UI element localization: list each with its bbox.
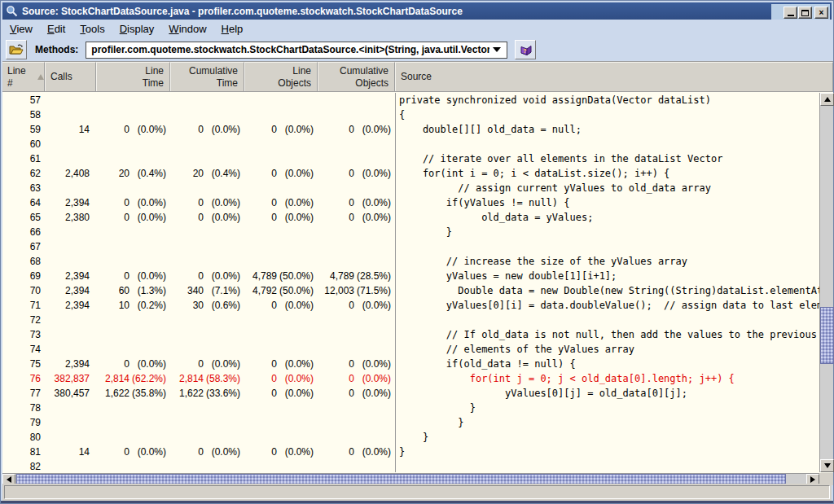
table-row[interactable]: 73 // If old_data is not null, then add … (2, 327, 819, 342)
cumulative-time-cell (170, 137, 244, 151)
method-selector-combo[interactable]: profiler.com.quoteme.stockwatch.StockCha… (86, 42, 507, 59)
table-row[interactable]: 82 (2, 459, 819, 472)
calls-cell: 2,394 (45, 269, 96, 283)
calls-cell (45, 415, 96, 430)
table-row[interactable]: 58 { (2, 107, 819, 122)
line-objects-cell (244, 181, 318, 195)
arrow-left-icon (7, 476, 11, 483)
method-selector-value: profiler.com.quoteme.stockwatch.StockCha… (86, 44, 489, 55)
header-cumulative-time[interactable]: Cumulative Time (170, 62, 244, 91)
header-line-objects[interactable]: Line Objects (244, 62, 318, 91)
table-row[interactable]: 59 14 0(0.0%) 0(0.0%) 0(0.0%) 0(0.0%) do… (2, 122, 819, 137)
table-row[interactable]: 70 2,394 60(1.3%) 340(7.1%) 4,792(50.0%)… (2, 283, 819, 298)
menu-view[interactable]: View (2, 20, 40, 37)
calls-cell (45, 254, 96, 269)
table-row[interactable]: 75 2,394 0(0.0%) 0(0.0%) 0(0.0%) 0(0.0%)… (2, 357, 819, 371)
close-button[interactable]: × (814, 7, 828, 19)
line-number-cell: 69 (2, 269, 45, 283)
minimize-button[interactable] (784, 7, 797, 19)
header-source[interactable]: Source (395, 62, 833, 91)
maximize-button[interactable] (798, 7, 812, 19)
line-number-cell: 67 (2, 239, 45, 254)
line-objects-cell (244, 459, 318, 472)
menu-help[interactable]: Help (214, 20, 251, 37)
line-objects-cell (244, 225, 318, 239)
table-row[interactable]: 77 380,457 1,622(35.8%) 1,622(33.6%) 0(0… (2, 386, 819, 401)
line-time-cell (96, 459, 170, 472)
table-header: Line # Calls Line Time Cumulative Time L… (2, 62, 833, 92)
maximize-icon (801, 10, 809, 16)
table-row[interactable]: 67 (2, 239, 819, 254)
calls-cell: 2,394 (45, 283, 96, 298)
cumulative-objects-cell (318, 254, 395, 269)
table-row[interactable]: 64 2,394 0(0.0%) 0(0.0%) 0(0.0%) 0(0.0%)… (2, 195, 819, 210)
cumulative-objects-cell: 0(0.0%) (318, 445, 395, 459)
table-row[interactable]: 66 } (2, 225, 819, 239)
calls-cell: 2,408 (45, 166, 96, 181)
cumulative-objects-cell (318, 313, 395, 327)
line-number-cell: 80 (2, 430, 45, 445)
source-code-cell: yValues = new double[1][i+1]; (395, 269, 819, 283)
calls-cell: 2,394 (45, 298, 96, 313)
source-code-cell: } (395, 225, 819, 239)
table-row[interactable]: 65 2,380 0(0.0%) 0(0.0%) 0(0.0%) 0(0.0%)… (2, 210, 819, 225)
source-code-cell (395, 239, 819, 254)
calls-cell (45, 93, 96, 107)
line-time-cell (96, 239, 170, 254)
open-folder-icon (9, 43, 24, 56)
line-objects-cell: 4,789(50.0%) (244, 269, 318, 283)
line-time-cell: 0(0.0%) (96, 269, 170, 283)
menu-window[interactable]: Window (161, 20, 213, 37)
table-row[interactable]: 81 14 0(0.0%) 0(0.0%) 0(0.0%) 0(0.0%) } (2, 445, 819, 459)
cumulative-time-cell (170, 151, 244, 166)
line-time-cell (96, 415, 170, 430)
cumulative-objects-cell (318, 459, 395, 472)
table-row[interactable]: 76 382,837 2,814(62.2%) 2,814(58.3%) 0(0… (2, 371, 819, 386)
table-row[interactable]: 74 // elements of the yValues array (2, 342, 819, 357)
menu-tools[interactable]: Tools (72, 20, 112, 37)
table-row[interactable]: 80 } (2, 430, 819, 445)
source-code-cell: yValues[0][j] = old_data[0][j]; (395, 386, 819, 401)
header-cumulative-objects[interactable]: Cumulative Objects (318, 62, 395, 91)
line-number-cell: 68 (2, 254, 45, 269)
menu-display[interactable]: Display (112, 20, 162, 37)
table-row[interactable]: 79 } (2, 415, 819, 430)
cumulative-time-cell (170, 459, 244, 472)
table-row[interactable]: 78 } (2, 401, 819, 415)
line-objects-cell: 0(0.0%) (244, 371, 318, 386)
source-code-cell: if(old_data != null) { (395, 357, 819, 371)
vertical-scrollbar-thumb[interactable] (820, 307, 834, 364)
open-file-button[interactable] (6, 40, 27, 59)
table-row[interactable]: 60 (2, 137, 819, 151)
cumulative-objects-cell: 12,003(71.5%) (318, 283, 395, 298)
line-objects-cell: 0(0.0%) (244, 122, 318, 137)
line-number-cell: 57 (2, 93, 45, 107)
minimize-icon (788, 15, 794, 16)
table-row[interactable]: 62 2,408 20(0.4%) 20(0.4%) 0(0.0%) 0(0.0… (2, 166, 819, 181)
table-row[interactable]: 72 (2, 313, 819, 327)
calls-cell (45, 181, 96, 195)
scroll-down-button[interactable] (820, 459, 834, 472)
title-bar[interactable]: Source: StockChartDataSource.java - prof… (2, 2, 832, 20)
cumulative-objects-cell: 0(0.0%) (318, 122, 395, 137)
help-button[interactable]: ? (515, 40, 536, 59)
line-number-cell: 81 (2, 445, 45, 459)
header-line-time[interactable]: Line Time (96, 62, 170, 91)
line-number-cell: 65 (2, 210, 45, 225)
line-time-cell (96, 342, 170, 357)
table-row[interactable]: 71 2,394 10(0.2%) 30(0.6%) 0(0.0%) 0(0.0… (2, 298, 819, 313)
table-row[interactable]: 63 // assign current yValues to old_data… (2, 181, 819, 195)
table-row[interactable]: 57 private synchronized void assignData(… (2, 93, 819, 107)
menu-edit[interactable]: Edit (40, 20, 72, 37)
close-icon: × (819, 8, 824, 17)
calls-cell (45, 430, 96, 445)
cumulative-objects-cell: 0(0.0%) (318, 195, 395, 210)
line-objects-cell: 0(0.0%) (244, 166, 318, 181)
header-calls[interactable]: Calls (45, 62, 96, 91)
table-row[interactable]: 68 // increase the size of the yValues a… (2, 254, 819, 269)
scroll-up-button[interactable] (820, 93, 834, 106)
table-row[interactable]: 61 // iterate over all elements in the d… (2, 151, 819, 166)
vertical-scrollbar[interactable] (819, 93, 833, 472)
header-line-number[interactable]: Line # (2, 62, 45, 91)
table-row[interactable]: 69 2,394 0(0.0%) 0(0.0%) 4,789(50.0%) 4,… (2, 269, 819, 283)
